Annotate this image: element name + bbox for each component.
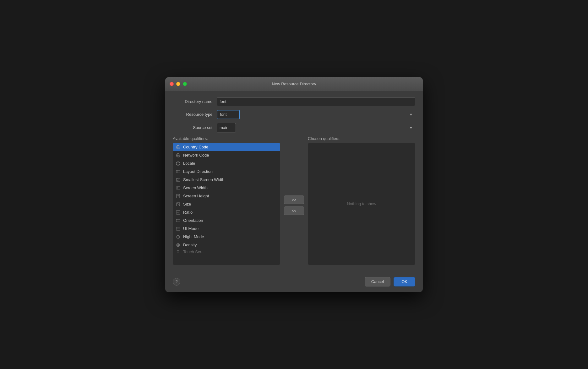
orientation-icon — [176, 218, 181, 223]
size-icon — [176, 202, 181, 207]
qualifier-item-night-mode[interactable]: Night Mode — [173, 233, 280, 241]
qualifier-item-ratio[interactable]: 4:3 Ratio — [173, 208, 280, 217]
qualifier-label-density: Density — [183, 243, 197, 247]
footer-buttons: Cancel OK — [365, 277, 415, 286]
source-set-row: Source set: main debug release ▼ — [173, 123, 415, 132]
arrows-column: >> << — [284, 136, 304, 265]
dialog-content: Directory name: Resource type: font draw… — [165, 91, 423, 274]
close-button[interactable] — [170, 82, 174, 86]
qualifier-label-ratio: Ratio — [183, 210, 193, 215]
svg-text:4:3: 4:3 — [177, 211, 180, 214]
night-mode-icon — [176, 234, 181, 239]
source-set-label: Source set: — [173, 125, 214, 130]
country-code-icon — [176, 145, 181, 150]
directory-name-row: Directory name: — [173, 97, 415, 106]
nothing-to-show-text: Nothing to show — [347, 201, 376, 206]
ratio-icon: 4:3 — [176, 210, 181, 215]
dialog-footer: ? Cancel OK — [165, 274, 423, 292]
source-set-select[interactable]: main debug release — [217, 123, 236, 132]
qualifier-label-screen-width: Screen Width — [183, 185, 208, 190]
qualifiers-section: Available qualifiers: Country Code — [173, 136, 415, 265]
source-set-chevron-icon: ▼ — [409, 126, 413, 130]
qualifier-label-size: Size — [183, 202, 191, 206]
qualifier-item-orientation[interactable]: Orientation — [173, 217, 280, 225]
qualifier-label-touch-screen: Touch Scr... — [183, 249, 204, 254]
directory-name-label: Directory name: — [173, 99, 214, 104]
smallest-screen-width-icon — [176, 177, 181, 182]
qualifier-item-country-code[interactable]: Country Code — [173, 143, 280, 151]
traffic-lights — [170, 82, 187, 86]
chosen-qualifiers-container: Chosen qualifiers: Nothing to show — [308, 136, 415, 265]
ui-mode-icon — [176, 226, 181, 231]
qualifier-label-locale: Locale — [183, 161, 195, 166]
qualifier-label-country-code: Country Code — [183, 145, 208, 149]
directory-name-input[interactable] — [217, 97, 415, 106]
resource-type-select[interactable]: font drawable layout values mipmap menu … — [217, 110, 240, 119]
title-bar: New Resource Directory — [165, 77, 423, 91]
dialog: New Resource Directory Directory name: R… — [165, 77, 423, 292]
layout-direction-icon — [176, 169, 181, 174]
qualifier-label-night-mode: Night Mode — [183, 234, 204, 239]
touch-screen-icon: ☰ — [176, 249, 181, 254]
resource-type-chevron-icon: ▼ — [409, 113, 413, 116]
maximize-button[interactable] — [183, 82, 187, 86]
svg-rect-19 — [176, 219, 180, 222]
resource-type-wrapper: font drawable layout values mipmap menu … — [217, 110, 415, 119]
qualifier-item-density[interactable]: Density — [173, 241, 280, 249]
qualifier-label-screen-height: Screen Height — [183, 194, 209, 198]
resource-type-row: Resource type: font drawable layout valu… — [173, 110, 415, 119]
qualifier-item-network-code[interactable]: Network Code — [173, 151, 280, 159]
qualifier-label-network-code: Network Code — [183, 153, 209, 158]
cancel-button[interactable]: Cancel — [365, 277, 390, 286]
chosen-qualifiers-label: Chosen qualifiers: — [308, 136, 415, 141]
locale-icon — [176, 161, 181, 166]
svg-rect-10 — [177, 179, 178, 181]
qualifier-label-orientation: Orientation — [183, 218, 203, 223]
qualifier-item-touch-screen[interactable]: ☰ Touch Scr... — [173, 249, 280, 255]
dialog-title: New Resource Directory — [272, 82, 316, 86]
remove-qualifier-button[interactable]: << — [284, 206, 304, 215]
available-qualifiers-label: Available qualifiers: — [173, 136, 280, 141]
chosen-qualifiers-list: Nothing to show — [308, 143, 415, 265]
qualifier-item-smallest-screen-width[interactable]: Smallest Screen Width — [173, 176, 280, 184]
qualifier-label-smallest-screen-width: Smallest Screen Width — [183, 177, 225, 182]
svg-point-6 — [176, 162, 180, 165]
ok-button[interactable]: OK — [394, 277, 415, 286]
help-button[interactable]: ? — [173, 278, 180, 286]
resource-type-label: Resource type: — [173, 112, 214, 117]
qualifier-item-screen-width[interactable]: Screen Width — [173, 184, 280, 192]
screen-height-icon — [176, 194, 181, 199]
qualifier-label-ui-mode: UI Mode — [183, 226, 199, 231]
screen-width-icon — [176, 185, 181, 190]
qualifier-label-layout-direction: Layout Direction — [183, 169, 213, 174]
network-code-icon — [176, 153, 181, 158]
qualifier-item-size[interactable]: Size — [173, 200, 280, 208]
qualifier-item-locale[interactable]: Locale — [173, 159, 280, 168]
qualifier-item-layout-direction[interactable]: Layout Direction — [173, 168, 280, 176]
add-qualifier-button[interactable]: >> — [284, 195, 304, 204]
source-set-wrapper: main debug release ▼ — [217, 123, 415, 132]
minimize-button[interactable] — [176, 82, 180, 86]
svg-rect-20 — [176, 227, 180, 230]
available-qualifiers-list[interactable]: Country Code Network Code — [173, 143, 280, 265]
density-icon — [176, 243, 181, 248]
svg-rect-7 — [176, 170, 180, 173]
qualifier-item-ui-mode[interactable]: UI Mode — [173, 225, 280, 233]
qualifier-item-screen-height[interactable]: Screen Height — [173, 192, 280, 200]
available-qualifiers-container: Available qualifiers: Country Code — [173, 136, 280, 265]
